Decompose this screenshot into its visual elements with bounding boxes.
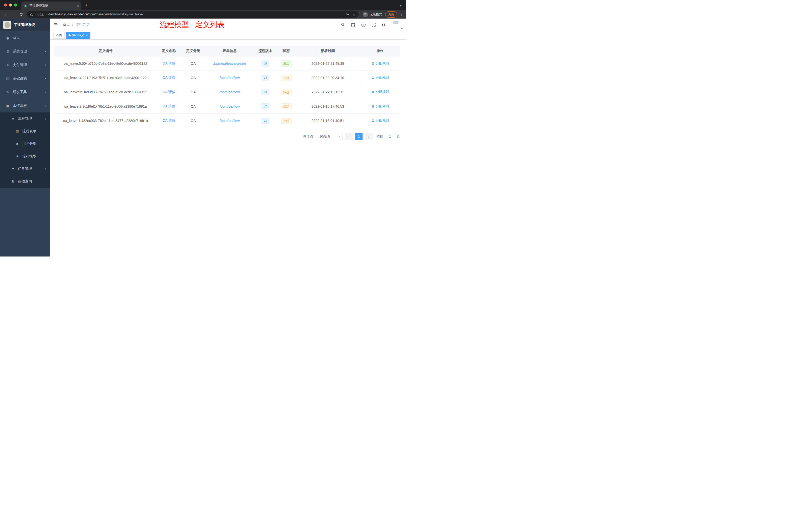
- browser-toolbar: ← → 不安全 | dashboard.yudao.iocoder.cn/bpm…: [0, 10, 406, 19]
- chevron-up-icon: ▴: [45, 104, 46, 107]
- version-tag: v5: [261, 60, 269, 66]
- sidebar-item-user-group[interactable]: ☻ 用户分组: [0, 138, 50, 150]
- deploy-time: 2022-01-16 17:46:53: [296, 99, 360, 114]
- sidebar-item-label: 流程模型: [22, 154, 36, 159]
- update-button[interactable]: 更新: [385, 11, 397, 18]
- assign-rule-button[interactable]: 分配规则: [371, 90, 389, 94]
- browser-tab[interactable]: 芋道管理系统 ×: [21, 1, 81, 10]
- search-icon[interactable]: [340, 22, 345, 27]
- process-mgmt-children: ▥ 流程表单 ☻ 用户分组 ✈ 流程模型: [0, 125, 50, 163]
- definition-id: oa_leave:3:1fad3d93-7b75-11ec-a3c8-acde4…: [54, 85, 157, 99]
- tag-close-icon[interactable]: ×: [86, 34, 88, 37]
- tag-process-definition[interactable]: 流程定义 ×: [66, 32, 90, 39]
- url-separator: |: [46, 12, 47, 16]
- browser-menu-icon[interactable]: ⋮: [400, 12, 404, 17]
- chevron-down-icon: ▾: [45, 77, 46, 80]
- help-icon[interactable]: ?: [361, 22, 366, 27]
- tag-home[interactable]: 首页: [54, 32, 64, 39]
- key-icon[interactable]: [345, 12, 349, 16]
- form-link[interactable]: /bpm/oa/flow: [220, 104, 239, 109]
- breadcrumb-home-link[interactable]: 首页: [63, 23, 70, 27]
- deploy-time: 2022-01-22 21:48:38: [296, 56, 360, 70]
- breadcrumb-separator: /: [72, 23, 73, 27]
- assign-rule-button[interactable]: 分配规则: [371, 61, 389, 65]
- caret-down-icon: ▾: [401, 27, 403, 30]
- definition-name-link[interactable]: OA 请假: [163, 118, 175, 122]
- sidebar-item-label: 流程管理: [18, 117, 32, 121]
- sidebar-item-process-mgmt[interactable]: ≣ 流程管理 ▴: [0, 113, 50, 125]
- gear-icon: ⚙: [5, 50, 10, 54]
- form-link[interactable]: /bpm/oa/leave/create: [213, 61, 246, 65]
- chevron-down-icon: ▾: [339, 135, 340, 138]
- version-tag: v4: [261, 75, 269, 81]
- sidebar-item-process-model[interactable]: ✈ 流程模型: [0, 150, 50, 163]
- logo-avatar: [3, 21, 11, 29]
- chevron-down-icon: ▾: [45, 50, 46, 53]
- table-row: oa_leave:2:3c1f0ef1-76b1-11ec-9c66-a2380…: [54, 99, 400, 114]
- assign-rule-button[interactable]: 分配规则: [371, 118, 389, 123]
- sidebar-item-process-form[interactable]: ▥ 流程表单: [0, 125, 50, 138]
- reload-button[interactable]: [18, 11, 25, 18]
- fullscreen-icon[interactable]: [371, 22, 376, 27]
- page-size-select[interactable]: 10条/页 ▾: [317, 133, 343, 140]
- logo: 芋道管理系统: [0, 19, 50, 31]
- sidebar-item-payment[interactable]: ¥ 支付管理 ▾: [0, 58, 50, 72]
- forward-button[interactable]: →: [10, 11, 17, 18]
- form-link[interactable]: /bpm/oa/flow: [220, 90, 239, 94]
- minimize-window-button[interactable]: [9, 3, 12, 6]
- table-row: oa_leave:1:482ec033-762a-11ec-8477-a2380…: [54, 114, 400, 128]
- back-button[interactable]: ←: [2, 11, 9, 18]
- sidebar-item-label: 首页: [13, 36, 20, 40]
- definition-name-link[interactable]: OA 请假: [163, 76, 175, 80]
- current-page-button[interactable]: 1: [355, 133, 362, 140]
- url-bar[interactable]: 不安全 | dashboard.yudao.iocoder.cn/bpm/man…: [27, 11, 358, 18]
- definition-name-link[interactable]: OA 请假: [163, 90, 175, 94]
- font-size-icon[interactable]: тT: [381, 23, 386, 27]
- next-page-button[interactable]: ›: [365, 133, 373, 140]
- new-tab-button[interactable]: +: [85, 2, 88, 8]
- goto-page-input[interactable]: [385, 133, 395, 140]
- sidebar-item-infrastructure[interactable]: ▤ 基础设施 ▾: [0, 72, 50, 85]
- sidebar-item-label: 请假查询: [18, 179, 32, 184]
- bookmark-star-icon[interactable]: ☆: [352, 12, 355, 16]
- sidebar-item-task-mgmt[interactable]: ⚑ 任务管理 ▾: [0, 163, 50, 175]
- prev-page-button[interactable]: ‹: [345, 133, 352, 140]
- sidebar-item-label: 基础设施: [13, 76, 27, 81]
- col-form-info: 表单信息: [205, 46, 254, 56]
- goto-unit: 页: [397, 134, 400, 139]
- zoom-window-button[interactable]: [14, 3, 17, 6]
- assign-rule-button[interactable]: 分配规则: [371, 104, 389, 109]
- definition-id: oa_leave:4:991f2193-7b7f-11ec-a3c8-acde4…: [54, 70, 157, 85]
- deploy-time: 2022-01-16 01:40:51: [296, 114, 360, 128]
- assign-rule-button[interactable]: 分配规则: [371, 75, 389, 80]
- hamburger-icon[interactable]: [54, 22, 59, 27]
- tab-close-icon[interactable]: ×: [77, 4, 79, 8]
- tab-search-chevron-icon[interactable]: ▾: [400, 4, 402, 7]
- sidebar-item-system[interactable]: ⚙ 系统管理 ▾: [0, 45, 50, 58]
- definition-name-link[interactable]: OA 请假: [163, 61, 175, 65]
- box-icon: ▣: [5, 104, 10, 108]
- logo-title: 芋道管理系统: [14, 23, 35, 27]
- sidebar-item-home[interactable]: ◉ 首页: [0, 31, 50, 45]
- user-menu[interactable]: ▾: [391, 20, 402, 30]
- form-link[interactable]: /bpm/oa/flow: [220, 76, 239, 80]
- close-window-button[interactable]: [4, 3, 7, 6]
- form-link[interactable]: /bpm/oa/flow: [220, 119, 239, 123]
- assign-rule-label: 分配规则: [376, 90, 389, 94]
- sidebar-item-label: 研发工具: [13, 90, 27, 94]
- tab-favicon-icon: [24, 4, 27, 8]
- definition-category: OA: [181, 56, 205, 70]
- avatar[interactable]: [391, 19, 392, 24]
- sidebar-item-workflow[interactable]: ▣ 工作流程 ▴: [0, 99, 50, 113]
- sidebar-item-label: 支付管理: [13, 63, 27, 67]
- yen-icon: ¥: [5, 63, 10, 67]
- col-action: 操作: [360, 46, 400, 56]
- sidebar-item-dev-tools[interactable]: ✎ 研发工具 ▾: [0, 85, 50, 99]
- table-row: oa_leave:3:1fad3d93-7b75-11ec-a3c8-acde4…: [54, 85, 400, 99]
- sidebar-item-leave-query[interactable]: 请假查询: [0, 175, 50, 188]
- status-badge: 挂起: [281, 89, 292, 95]
- github-icon[interactable]: [350, 22, 355, 27]
- definition-name-link[interactable]: OA 请假: [163, 104, 175, 108]
- dashboard-icon: ◉: [5, 36, 10, 40]
- deploy-time: 2022-01-22 20:34:10: [296, 70, 360, 85]
